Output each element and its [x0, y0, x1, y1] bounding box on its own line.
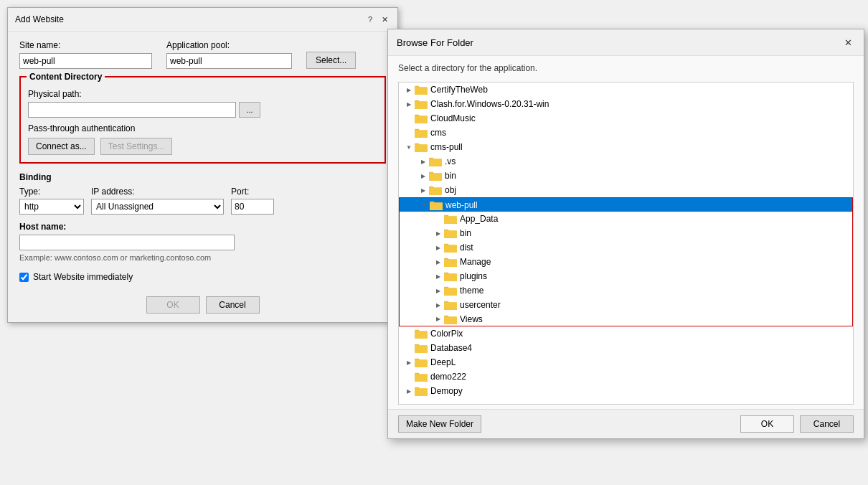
add-website-titlebar: Add Website ? ✕ — [8, 8, 397, 32]
tree-label-views: Views — [460, 314, 483, 324]
port-group: Port: — [231, 187, 274, 215]
tree-item-plugins[interactable]: plugins — [399, 269, 853, 283]
add-website-ok-button[interactable]: OK — [146, 296, 200, 314]
tree-item-vs[interactable]: .vs — [399, 154, 853, 169]
folder-icon — [429, 156, 442, 166]
ip-label: IP address: — [91, 187, 224, 197]
svg-rect-94 — [415, 346, 428, 353]
add-website-cancel-button[interactable]: Cancel — [206, 296, 260, 314]
site-name-row: Site name: Application pool: Select... — [19, 40, 386, 69]
tree-item-manage[interactable]: Manage — [399, 255, 853, 269]
type-label: Type: — [19, 187, 84, 197]
add-website-bottom: OK Cancel — [8, 291, 397, 322]
select-button[interactable]: Select... — [306, 52, 356, 69]
browse-ok-button[interactable]: OK — [740, 415, 794, 433]
folder-icon — [415, 343, 428, 353]
svg-rect-69 — [444, 274, 457, 281]
tree-item-web-pull[interactable]: web-pull — [399, 197, 853, 212]
tree-item-obj[interactable]: obj — [399, 183, 853, 197]
tree-item-theme[interactable]: theme — [399, 283, 853, 298]
add-website-title: Add Website — [15, 14, 64, 24]
hostname-input[interactable] — [19, 235, 235, 250]
browse-icon: ... — [246, 105, 253, 114]
passthrough-text: Pass-through authentication — [28, 123, 377, 133]
tree-item-cms[interactable]: cms — [399, 126, 853, 140]
folder-icon — [415, 128, 428, 138]
tree-item-certifytheweb[interactable]: CertifyTheWeb — [399, 83, 853, 97]
tree-item-demopy[interactable]: Demopy — [399, 384, 853, 398]
connect-as-button[interactable]: Connect as... — [28, 138, 95, 155]
folder-icon — [415, 372, 428, 382]
folder-tree[interactable]: CertifyTheWeb Clash.for.Windows-0.20.31-… — [398, 82, 854, 405]
browse-close-button[interactable]: ✕ — [841, 35, 855, 50]
tree-label-dist: dist — [460, 242, 473, 253]
folder-icon — [430, 200, 443, 210]
browse-cancel-button[interactable]: Cancel — [800, 415, 854, 433]
folder-icon — [444, 257, 457, 267]
svg-rect-99 — [415, 360, 428, 367]
hostname-example: Example: www.contoso.com or marketing.co… — [19, 253, 386, 262]
tree-label-cms-pull: cms-pull — [430, 142, 463, 152]
tree-label-demopy: Demopy — [430, 386, 463, 396]
svg-rect-14 — [415, 116, 428, 123]
tree-item-bin2[interactable]: bin — [399, 226, 853, 240]
tree-item-views[interactable]: Views — [399, 312, 853, 326]
help-button[interactable]: ? — [364, 14, 376, 25]
svg-rect-4 — [415, 88, 428, 95]
tree-item-deepl[interactable]: DeepL — [399, 355, 853, 369]
folder-icon — [415, 99, 428, 109]
titlebar-buttons: ? ✕ — [364, 14, 390, 25]
tree-item-demo222[interactable]: demo222 — [399, 369, 853, 384]
start-website-label: Start Website immediately — [33, 272, 133, 282]
tree-label-cms: cms — [430, 128, 446, 138]
tree-item-colorpix[interactable]: ColorPix — [399, 326, 853, 341]
tree-label-cloudmusic: CloudMusic — [430, 113, 476, 123]
physical-path-input[interactable] — [28, 102, 236, 118]
folder-icon — [415, 142, 428, 152]
folder-icon — [415, 113, 428, 123]
svg-rect-9 — [415, 102, 428, 109]
tree-item-clash[interactable]: Clash.for.Windows-0.20.31-win — [399, 97, 853, 111]
svg-rect-44 — [430, 202, 443, 209]
add-website-dialog: Add Website ? ✕ Site name: Application p… — [7, 7, 398, 323]
folder-icon — [444, 214, 457, 224]
browse-button[interactable]: ... — [239, 102, 260, 118]
folder-icon — [429, 185, 442, 195]
folder-icon — [429, 171, 442, 181]
start-website-option: Start Website immediately — [19, 272, 386, 282]
svg-rect-24 — [415, 145, 428, 152]
app-pool-group: Application pool: — [166, 40, 292, 69]
folder-icon — [415, 329, 428, 339]
folder-icon — [444, 271, 457, 281]
svg-rect-79 — [444, 303, 457, 310]
port-input[interactable] — [231, 199, 274, 215]
start-website-checkbox[interactable] — [19, 273, 29, 282]
tree-label-theme: theme — [460, 286, 483, 296]
site-name-input[interactable] — [19, 53, 152, 69]
test-settings-button[interactable]: Test Settings... — [100, 138, 173, 155]
content-directory-group: Content Directory Physical path: ... Pas… — [19, 76, 386, 164]
make-new-folder-button[interactable]: Make New Folder — [398, 415, 481, 433]
close-button[interactable]: ✕ — [379, 14, 390, 25]
tree-label-colorpix: ColorPix — [430, 329, 463, 339]
tree-item-dist[interactable]: dist — [399, 240, 853, 255]
tree-item-bin1[interactable]: bin — [399, 169, 853, 183]
tree-item-app_data[interactable]: App_Data — [399, 212, 853, 226]
tree-item-cloudmusic[interactable]: CloudMusic — [399, 111, 853, 126]
folder-icon — [444, 314, 457, 324]
content-directory-label: Content Directory — [27, 72, 105, 82]
tree-item-cms-pull[interactable]: cms-pull — [399, 140, 853, 154]
tree-item-usercenter[interactable]: usercenter — [399, 298, 853, 312]
type-select[interactable]: http https — [19, 199, 84, 215]
ip-select[interactable]: All Unassigned — [91, 199, 224, 215]
tree-label-demo222: demo222 — [430, 372, 466, 382]
tree-label-obj: obj — [445, 185, 456, 195]
tree-label-deepl: DeepL — [430, 357, 456, 367]
folder-icon — [415, 386, 428, 396]
app-pool-input[interactable] — [166, 53, 292, 69]
app-pool-label: Application pool: — [166, 40, 292, 50]
site-name-label: Site name: — [19, 40, 152, 50]
tree-label-certifytheweb: CertifyTheWeb — [430, 85, 488, 95]
tree-item-database4[interactable]: Database4 — [399, 341, 853, 355]
hostname-label: Host name: — [19, 222, 66, 232]
